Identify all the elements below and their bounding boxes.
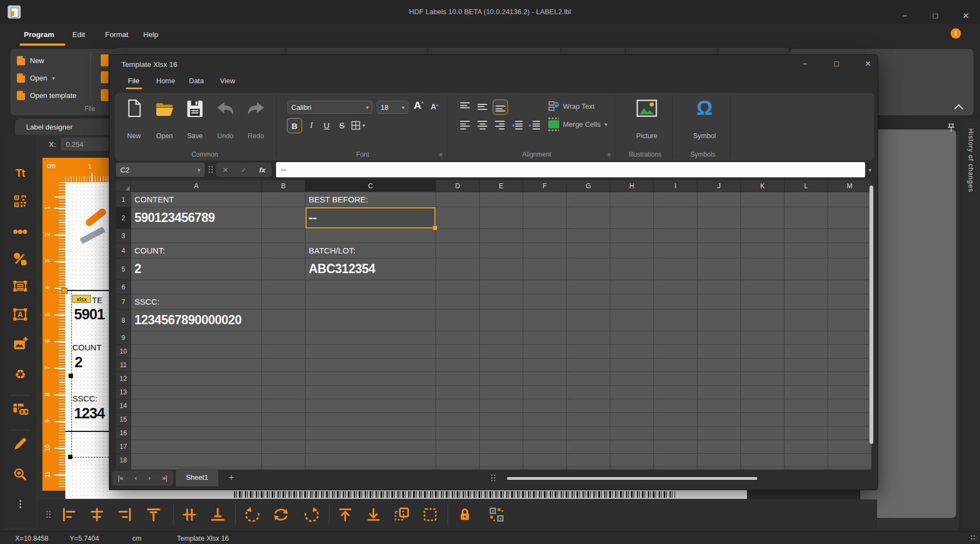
cell-D7[interactable]: [436, 294, 480, 310]
cell-F14[interactable]: [523, 399, 567, 413]
ribbon-open-button[interactable]: Open: [150, 97, 179, 144]
cell-I5[interactable]: [654, 258, 697, 280]
cell-E15[interactable]: [480, 413, 523, 426]
column-header-C[interactable]: C: [305, 180, 436, 192]
last-sheet-button[interactable]: »|: [162, 474, 168, 482]
picture-button[interactable]: Picture: [629, 97, 665, 144]
cell-G11[interactable]: [567, 358, 610, 372]
cell-E12[interactable]: [480, 372, 523, 386]
cell-A6[interactable]: [131, 280, 262, 294]
cell-J18[interactable]: [697, 454, 741, 467]
cell-D6[interactable]: [436, 280, 480, 294]
cell-J5[interactable]: [697, 258, 741, 280]
align-middle-button[interactable]: [475, 100, 489, 114]
cell-M11[interactable]: [828, 358, 872, 372]
cell-B4[interactable]: [262, 243, 305, 258]
align-text-center-button[interactable]: [475, 118, 489, 132]
cell-C5[interactable]: ABC312354: [305, 258, 436, 280]
row-header-5[interactable]: 5: [116, 258, 131, 280]
column-header-D[interactable]: D: [436, 180, 480, 192]
cell-C16[interactable]: [305, 426, 436, 440]
cell-L10[interactable]: [785, 345, 828, 358]
cell-H4[interactable]: [610, 243, 654, 258]
cell-D10[interactable]: [436, 345, 480, 358]
column-header-M[interactable]: M: [828, 180, 872, 192]
cell-K7[interactable]: [741, 294, 785, 310]
cell-G8[interactable]: [567, 310, 610, 331]
sheet-tab-sheet1[interactable]: Sheet1: [176, 468, 218, 486]
cell-D3[interactable]: [436, 229, 480, 243]
cell-G18[interactable]: [567, 454, 610, 467]
cell-L18[interactable]: [785, 454, 828, 467]
cell-C12[interactable]: [305, 372, 436, 386]
align-text-left-button[interactable]: [458, 118, 472, 132]
cell-C3[interactable]: [305, 229, 436, 243]
cell-F17[interactable]: [523, 440, 567, 454]
confirm-entry-button[interactable]: ✓: [241, 166, 247, 174]
add-image-tool-button[interactable]: [11, 335, 29, 353]
send-to-back-button[interactable]: [419, 504, 441, 526]
rich-text-tool-button[interactable]: A: [11, 306, 29, 323]
cell-H12[interactable]: [610, 372, 654, 386]
row-header-9[interactable]: 9: [116, 331, 131, 345]
cell-L16[interactable]: [785, 426, 828, 440]
cell-K6[interactable]: [741, 280, 785, 294]
row-header-3[interactable]: 3: [116, 229, 131, 243]
cell-G15[interactable]: [567, 413, 610, 426]
row-header-2[interactable]: 2: [116, 207, 131, 229]
cell-L8[interactable]: [785, 310, 828, 331]
cell-M10[interactable]: [828, 345, 872, 358]
cell-C10[interactable]: [305, 345, 436, 358]
row-header-13[interactable]: 13: [116, 386, 131, 399]
cell-F16[interactable]: [523, 426, 567, 440]
cell-H17[interactable]: [610, 440, 654, 454]
ribbon-redo-button[interactable]: Redo: [241, 97, 271, 144]
maximize-button[interactable]: □: [928, 11, 943, 20]
font-family-select[interactable]: Calibri▾: [287, 101, 372, 114]
column-header-A[interactable]: A: [131, 180, 262, 192]
cell-D2[interactable]: [436, 207, 480, 229]
cell-L7[interactable]: [785, 294, 828, 310]
cell-L15[interactable]: [785, 413, 828, 426]
text-frame-tool-button[interactable]: [11, 277, 29, 295]
column-header-G[interactable]: G: [567, 180, 610, 192]
cell-A16[interactable]: [131, 426, 262, 440]
more-tools-button[interactable]: ⋮: [11, 495, 29, 512]
cell-H7[interactable]: [610, 294, 654, 310]
new-button[interactable]: New: [17, 54, 44, 66]
cell-K16[interactable]: [741, 426, 785, 440]
cell-H10[interactable]: [610, 345, 654, 358]
cell-F3[interactable]: [523, 229, 567, 243]
cell-H13[interactable]: [610, 386, 654, 399]
cell-A10[interactable]: [131, 345, 262, 358]
cell-D5[interactable]: [436, 258, 480, 280]
formula-bar-grip[interactable]: [208, 165, 213, 174]
cell-E7[interactable]: [480, 294, 523, 310]
cell-H19[interactable]: [610, 467, 654, 469]
cell-D4[interactable]: [436, 243, 480, 258]
cell-I12[interactable]: [654, 372, 697, 386]
cell-B3[interactable]: [262, 229, 305, 243]
cancel-entry-button[interactable]: ✕: [222, 166, 228, 174]
cell-D19[interactable]: [436, 467, 480, 469]
align-bottom-button[interactable]: [207, 504, 229, 526]
cell-A5[interactable]: 2: [131, 258, 262, 280]
cell-L17[interactable]: [785, 440, 828, 454]
cell-J14[interactable]: [697, 399, 741, 413]
increase-indent-button[interactable]: ▸: [528, 118, 542, 132]
cell-M4[interactable]: [828, 243, 872, 258]
align-center-vertical-button[interactable]: [179, 504, 200, 526]
ribbon-new-button[interactable]: New: [119, 97, 149, 144]
menu-edit[interactable]: Edit: [72, 30, 85, 39]
grow-font-button[interactable]: A▴: [414, 100, 424, 112]
cell-C13[interactable]: [305, 386, 436, 399]
pin-icon[interactable]: [945, 122, 957, 134]
next-sheet-button[interactable]: ›: [149, 474, 151, 482]
cell-C6[interactable]: [305, 280, 436, 294]
cell-A11[interactable]: [131, 358, 262, 372]
cell-C2[interactable]: --: [305, 207, 436, 229]
first-sheet-button[interactable]: |«: [118, 474, 124, 482]
cell-I6[interactable]: [654, 280, 697, 294]
cell-L11[interactable]: [785, 358, 828, 372]
cell-H8[interactable]: [610, 310, 654, 331]
